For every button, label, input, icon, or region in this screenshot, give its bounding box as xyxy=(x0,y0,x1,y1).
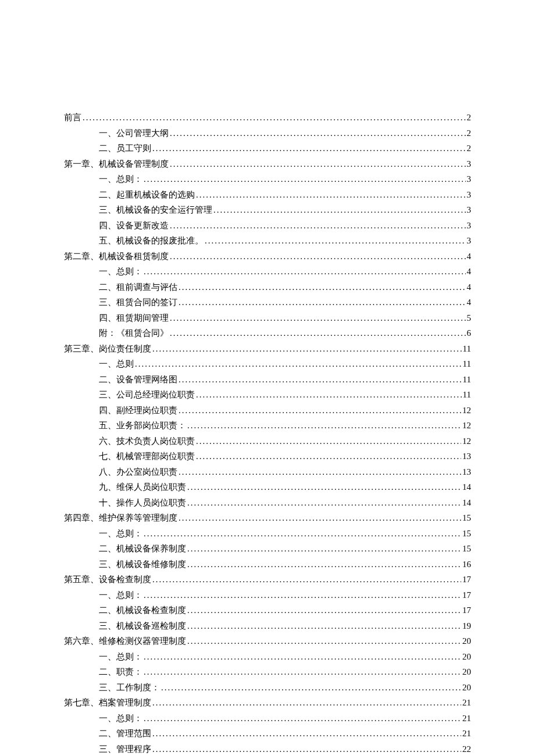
toc-page-number: 22 xyxy=(462,742,471,756)
toc-leader-dots xyxy=(144,526,461,540)
toc-entry: 四、副经理岗位职责12 xyxy=(64,403,471,417)
toc-label: 三、公司总经理岗位职责 xyxy=(99,388,195,402)
toc-leader-dots xyxy=(213,203,466,217)
toc-page-number: 15 xyxy=(462,526,471,540)
toc-leader-dots xyxy=(152,726,461,740)
toc-page-number: 2 xyxy=(467,126,472,140)
toc-entry: 三、机械设备巡检制度19 xyxy=(64,619,471,633)
toc-leader-dots xyxy=(187,619,461,633)
toc-leader-dots xyxy=(205,234,466,248)
toc-leader-dots xyxy=(144,172,466,186)
toc-entry: 十、操作人员岗位职责14 xyxy=(64,496,471,510)
toc-page-number: 4 xyxy=(467,295,472,309)
toc-leader-dots xyxy=(170,218,466,232)
toc-entry: 四、设备更新改造3 xyxy=(64,218,471,232)
toc-page-number: 3 xyxy=(467,188,472,202)
toc-entry: 二、租前调查与评估4 xyxy=(64,280,471,294)
toc-leader-dots xyxy=(152,696,461,710)
toc-page-number: 11 xyxy=(463,372,471,386)
toc-page-number: 11 xyxy=(463,388,471,402)
toc-entry: 八、办公室岗位职责13 xyxy=(64,465,471,479)
toc-page-number: 21 xyxy=(462,696,471,710)
toc-label: 五、机械设备的报废批准。 xyxy=(99,234,204,248)
toc-leader-dots xyxy=(196,188,466,202)
toc-page-number: 17 xyxy=(462,572,471,586)
toc-entry: 第七章、档案管理制度21 xyxy=(64,696,471,710)
toc-page-number: 16 xyxy=(462,557,471,571)
toc-label: 三、机械设备巡检制度 xyxy=(99,619,186,633)
toc-label: 五、业务部岗位职责： xyxy=(99,418,186,432)
toc-page-number: 14 xyxy=(462,496,471,510)
toc-page-number: 12 xyxy=(462,403,471,417)
toc-leader-dots xyxy=(187,418,461,432)
toc-page-number: 3 xyxy=(467,203,472,217)
toc-label: 二、机械设备检查制度 xyxy=(99,603,186,617)
toc-leader-dots xyxy=(135,357,462,371)
toc-entry: 一、公司管理大纲2 xyxy=(64,126,471,140)
toc-label: 一、总则 xyxy=(99,357,134,371)
toc-entry: 一、总则：21 xyxy=(64,711,471,725)
toc-leader-dots xyxy=(196,388,462,402)
toc-page-number: 5 xyxy=(467,311,472,325)
toc-label: 二、管理范围 xyxy=(99,726,151,740)
toc-leader-dots xyxy=(161,680,461,694)
toc-entry: 五、机械设备的报废批准。3 xyxy=(64,234,471,248)
toc-page-number: 11 xyxy=(463,342,471,356)
toc-label: 四、副经理岗位职责 xyxy=(99,403,177,417)
toc-label: 八、办公室岗位职责 xyxy=(99,465,177,479)
toc-label: 三、租赁合同的签订 xyxy=(99,295,177,309)
toc-leader-dots xyxy=(179,295,466,309)
toc-leader-dots xyxy=(152,342,462,356)
toc-page-number: 15 xyxy=(462,542,471,556)
toc-entry: 二、员工守则2 xyxy=(64,141,471,155)
toc-page-number: 14 xyxy=(462,480,471,494)
toc-page-number: 3 xyxy=(467,172,472,186)
toc-leader-dots xyxy=(196,449,461,463)
toc-label: 三、机械设备的安全运行管理 xyxy=(99,203,212,217)
toc-entry: 四、租赁期间管理5 xyxy=(64,311,471,325)
toc-page-number: 3 xyxy=(467,234,472,248)
toc-entry: 第二章、机械设备租赁制度4 xyxy=(64,249,471,263)
toc-entry: 第一章、机械设备管理制度3 xyxy=(64,157,471,171)
toc-leader-dots xyxy=(152,572,461,586)
toc-label: 一、总则： xyxy=(99,711,142,725)
toc-entry: 三、公司总经理岗位职责11 xyxy=(64,388,471,402)
toc-label: 二、机械设备保养制度 xyxy=(99,542,186,556)
toc-entry: 一、总则：3 xyxy=(64,172,471,186)
toc-leader-dots xyxy=(187,557,461,571)
toc-label: 四、设备更新改造 xyxy=(99,218,169,232)
toc-label: 一、公司管理大纲 xyxy=(99,126,169,140)
toc-label: 第四章、维护保养等管理制度 xyxy=(64,511,177,525)
table-of-contents: 前言2一、公司管理大纲2二、员工守则2第一章、机械设备管理制度3一、总则：3二、… xyxy=(64,110,471,756)
toc-label: 十、操作人员岗位职责 xyxy=(99,496,186,510)
toc-entry: 二、机械设备检查制度17 xyxy=(64,603,471,617)
toc-leader-dots xyxy=(83,110,466,124)
toc-label: 前言 xyxy=(64,110,81,124)
toc-leader-dots xyxy=(196,434,461,448)
toc-label: 一、总则： xyxy=(99,264,142,278)
toc-leader-dots xyxy=(170,249,466,263)
toc-entry: 三、工作制度：20 xyxy=(64,680,471,694)
toc-page-number: 20 xyxy=(462,665,471,679)
toc-leader-dots xyxy=(187,603,461,617)
toc-leader-dots xyxy=(179,280,466,294)
toc-page-number: 17 xyxy=(462,603,471,617)
toc-page-number: 6 xyxy=(467,326,472,340)
toc-leader-dots xyxy=(170,326,466,340)
toc-leader-dots xyxy=(187,634,461,648)
toc-leader-dots xyxy=(179,372,462,386)
toc-label: 四、租赁期间管理 xyxy=(99,311,169,325)
toc-label: 七、机械管理部岗位职责 xyxy=(99,449,195,463)
toc-leader-dots xyxy=(187,496,461,510)
toc-leader-dots xyxy=(179,465,461,479)
toc-page-number: 4 xyxy=(467,280,472,294)
toc-entry: 三、机械设备的安全运行管理3 xyxy=(64,203,471,217)
toc-page-number: 20 xyxy=(462,634,471,648)
toc-entry: 一、总则：20 xyxy=(64,650,471,664)
toc-leader-dots xyxy=(170,126,466,140)
toc-entry: 九、维保人员岗位职责14 xyxy=(64,480,471,494)
toc-leader-dots xyxy=(187,480,461,494)
toc-entry: 第五章、设备检查制度17 xyxy=(64,572,471,586)
toc-leader-dots xyxy=(144,650,461,664)
toc-label: 九、维保人员岗位职责 xyxy=(99,480,186,494)
